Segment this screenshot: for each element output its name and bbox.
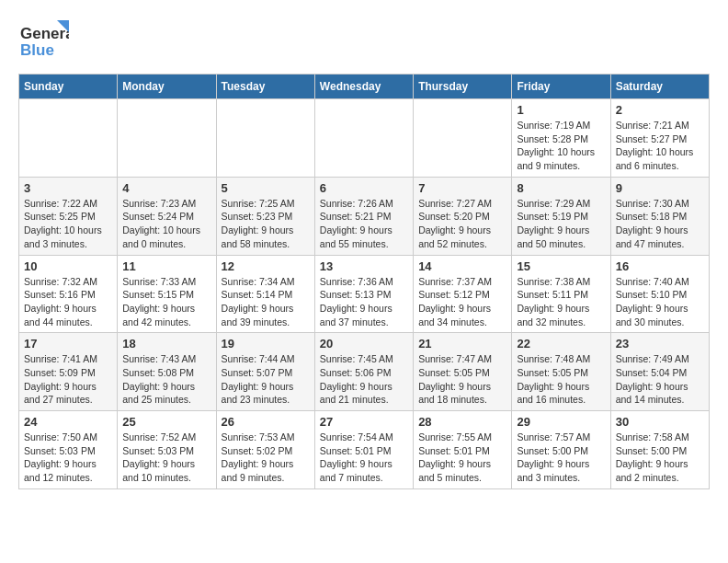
calendar-cell: 22Sunrise: 7:48 AM Sunset: 5:05 PM Dayli…: [512, 333, 610, 411]
calendar-cell: 2Sunrise: 7:21 AM Sunset: 5:27 PM Daylig…: [610, 99, 709, 178]
calendar-cell: 23Sunrise: 7:49 AM Sunset: 5:04 PM Dayli…: [610, 333, 709, 411]
day-info: Sunrise: 7:33 AM Sunset: 5:15 PM Dayligh…: [122, 275, 210, 329]
calendar-cell: 5Sunrise: 7:25 AM Sunset: 5:23 PM Daylig…: [216, 177, 314, 255]
logo-icon: GeneralBlue: [18, 18, 69, 64]
calendar-week-row: 3Sunrise: 7:22 AM Sunset: 5:25 PM Daylig…: [19, 177, 710, 255]
day-info: Sunrise: 7:47 AM Sunset: 5:05 PM Dayligh…: [418, 352, 506, 407]
calendar-table: SundayMondayTuesdayWednesdayThursdayFrid…: [18, 74, 710, 489]
day-info: Sunrise: 7:44 AM Sunset: 5:07 PM Dayligh…: [222, 352, 310, 407]
day-info: Sunrise: 7:57 AM Sunset: 5:00 PM Dayligh…: [517, 431, 605, 485]
calendar-cell: 3Sunrise: 7:22 AM Sunset: 5:25 PM Daylig…: [19, 177, 118, 255]
day-number: 12: [222, 259, 310, 273]
day-info: Sunrise: 7:55 AM Sunset: 5:01 PM Dayligh…: [418, 431, 506, 485]
day-number: 6: [320, 181, 408, 195]
day-info: Sunrise: 7:37 AM Sunset: 5:12 PM Dayligh…: [418, 275, 506, 329]
day-number: 17: [24, 337, 112, 350]
day-info: Sunrise: 7:45 AM Sunset: 5:06 PM Dayligh…: [320, 352, 408, 407]
calendar-cell: [414, 99, 512, 178]
day-info: Sunrise: 7:48 AM Sunset: 5:05 PM Dayligh…: [517, 352, 605, 407]
svg-text:Blue: Blue: [20, 41, 54, 59]
day-info: Sunrise: 7:22 AM Sunset: 5:25 PM Dayligh…: [24, 197, 112, 251]
day-number: 1: [517, 103, 605, 117]
day-info: Sunrise: 7:34 AM Sunset: 5:14 PM Dayligh…: [222, 275, 310, 329]
day-number: 19: [222, 337, 310, 350]
day-number: 28: [418, 415, 506, 429]
day-info: Sunrise: 7:30 AM Sunset: 5:18 PM Dayligh…: [616, 197, 704, 251]
calendar-cell: 24Sunrise: 7:50 AM Sunset: 5:03 PM Dayli…: [19, 411, 118, 489]
day-info: Sunrise: 7:40 AM Sunset: 5:10 PM Dayligh…: [616, 275, 704, 329]
day-number: 9: [616, 181, 704, 195]
day-number: 5: [222, 181, 310, 195]
calendar-cell: [19, 99, 118, 178]
day-info: Sunrise: 7:43 AM Sunset: 5:08 PM Dayligh…: [122, 352, 210, 407]
calendar-cell: [314, 99, 413, 178]
day-info: Sunrise: 7:23 AM Sunset: 5:24 PM Dayligh…: [122, 197, 210, 251]
day-number: 4: [122, 181, 210, 195]
day-info: Sunrise: 7:58 AM Sunset: 5:00 PM Dayligh…: [616, 431, 704, 485]
day-info: Sunrise: 7:32 AM Sunset: 5:16 PM Dayligh…: [24, 275, 112, 329]
calendar-cell: 12Sunrise: 7:34 AM Sunset: 5:14 PM Dayli…: [216, 255, 314, 333]
calendar-cell: 28Sunrise: 7:55 AM Sunset: 5:01 PM Dayli…: [414, 411, 512, 489]
calendar-cell: 20Sunrise: 7:45 AM Sunset: 5:06 PM Dayli…: [314, 333, 413, 411]
weekday-header-sunday: Sunday: [19, 75, 118, 99]
calendar-cell: 17Sunrise: 7:41 AM Sunset: 5:09 PM Dayli…: [19, 333, 118, 411]
weekday-header-thursday: Thursday: [414, 75, 512, 99]
day-number: 15: [517, 259, 605, 273]
calendar-cell: 14Sunrise: 7:37 AM Sunset: 5:12 PM Dayli…: [414, 255, 512, 333]
day-info: Sunrise: 7:41 AM Sunset: 5:09 PM Dayligh…: [24, 352, 112, 407]
weekday-header-row: SundayMondayTuesdayWednesdayThursdayFrid…: [19, 75, 710, 99]
day-number: 27: [320, 415, 408, 429]
calendar-cell: 6Sunrise: 7:26 AM Sunset: 5:21 PM Daylig…: [314, 177, 413, 255]
calendar-week-row: 24Sunrise: 7:50 AM Sunset: 5:03 PM Dayli…: [19, 411, 710, 489]
calendar-cell: [118, 99, 216, 178]
calendar-cell: 15Sunrise: 7:38 AM Sunset: 5:11 PM Dayli…: [512, 255, 610, 333]
day-number: 3: [24, 181, 112, 195]
calendar-week-row: 17Sunrise: 7:41 AM Sunset: 5:09 PM Dayli…: [19, 333, 710, 411]
day-number: 11: [122, 259, 210, 273]
calendar-week-row: 10Sunrise: 7:32 AM Sunset: 5:16 PM Dayli…: [19, 255, 710, 333]
calendar-cell: 30Sunrise: 7:58 AM Sunset: 5:00 PM Dayli…: [610, 411, 709, 489]
calendar-cell: 25Sunrise: 7:52 AM Sunset: 5:03 PM Dayli…: [118, 411, 216, 489]
calendar-cell: 1Sunrise: 7:19 AM Sunset: 5:28 PM Daylig…: [512, 99, 610, 178]
day-info: Sunrise: 7:36 AM Sunset: 5:13 PM Dayligh…: [320, 275, 408, 329]
calendar-cell: 18Sunrise: 7:43 AM Sunset: 5:08 PM Dayli…: [118, 333, 216, 411]
calendar-cell: 7Sunrise: 7:27 AM Sunset: 5:20 PM Daylig…: [414, 177, 512, 255]
weekday-header-monday: Monday: [118, 75, 216, 99]
day-info: Sunrise: 7:21 AM Sunset: 5:27 PM Dayligh…: [616, 119, 704, 173]
day-info: Sunrise: 7:49 AM Sunset: 5:04 PM Dayligh…: [616, 352, 704, 407]
day-number: 29: [517, 415, 605, 429]
day-number: 25: [122, 415, 210, 429]
day-info: Sunrise: 7:53 AM Sunset: 5:02 PM Dayligh…: [222, 431, 310, 485]
day-info: Sunrise: 7:52 AM Sunset: 5:03 PM Dayligh…: [122, 431, 210, 485]
day-number: 30: [616, 415, 704, 429]
calendar-cell: 16Sunrise: 7:40 AM Sunset: 5:10 PM Dayli…: [610, 255, 709, 333]
day-number: 20: [320, 337, 408, 350]
day-number: 13: [320, 259, 408, 273]
day-number: 7: [418, 181, 506, 195]
weekday-header-wednesday: Wednesday: [314, 75, 413, 99]
page-header: GeneralBlue: [18, 18, 710, 64]
day-info: Sunrise: 7:50 AM Sunset: 5:03 PM Dayligh…: [24, 431, 112, 485]
calendar-cell: 11Sunrise: 7:33 AM Sunset: 5:15 PM Dayli…: [118, 255, 216, 333]
day-info: Sunrise: 7:38 AM Sunset: 5:11 PM Dayligh…: [517, 275, 605, 329]
day-info: Sunrise: 7:19 AM Sunset: 5:28 PM Dayligh…: [517, 119, 605, 173]
calendar-cell: [216, 99, 314, 178]
day-number: 22: [517, 337, 605, 350]
svg-text:General: General: [20, 25, 69, 42]
day-info: Sunrise: 7:26 AM Sunset: 5:21 PM Dayligh…: [320, 197, 408, 251]
day-number: 21: [418, 337, 506, 350]
day-number: 23: [616, 337, 704, 350]
calendar-cell: 4Sunrise: 7:23 AM Sunset: 5:24 PM Daylig…: [118, 177, 216, 255]
calendar-week-row: 1Sunrise: 7:19 AM Sunset: 5:28 PM Daylig…: [19, 99, 710, 178]
logo: GeneralBlue: [18, 18, 69, 64]
calendar-cell: 26Sunrise: 7:53 AM Sunset: 5:02 PM Dayli…: [216, 411, 314, 489]
day-info: Sunrise: 7:27 AM Sunset: 5:20 PM Dayligh…: [418, 197, 506, 251]
calendar-cell: 10Sunrise: 7:32 AM Sunset: 5:16 PM Dayli…: [19, 255, 118, 333]
calendar-cell: 21Sunrise: 7:47 AM Sunset: 5:05 PM Dayli…: [414, 333, 512, 411]
calendar-cell: 8Sunrise: 7:29 AM Sunset: 5:19 PM Daylig…: [512, 177, 610, 255]
day-number: 18: [122, 337, 210, 350]
calendar-cell: 13Sunrise: 7:36 AM Sunset: 5:13 PM Dayli…: [314, 255, 413, 333]
weekday-header-saturday: Saturday: [610, 75, 709, 99]
calendar-cell: 19Sunrise: 7:44 AM Sunset: 5:07 PM Dayli…: [216, 333, 314, 411]
day-number: 24: [24, 415, 112, 429]
